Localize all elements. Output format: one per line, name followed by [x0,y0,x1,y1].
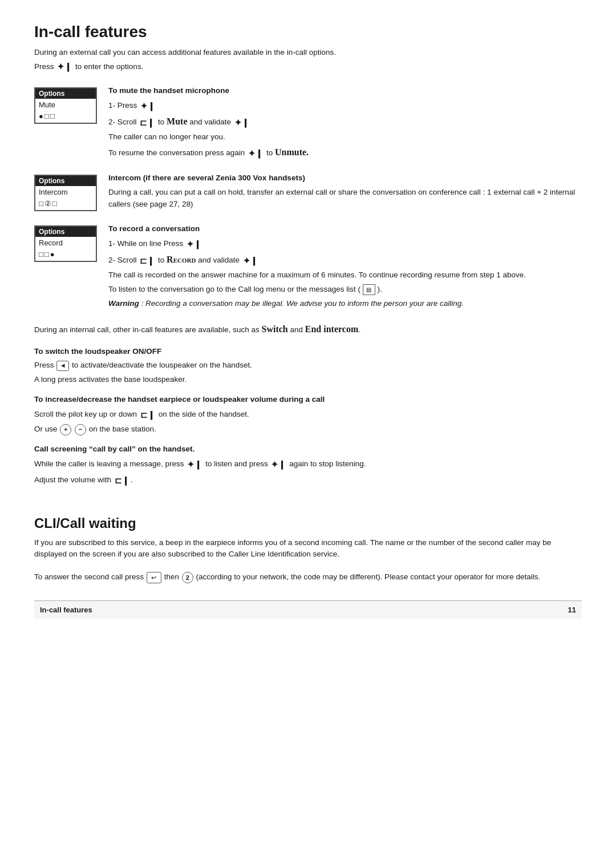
volume-line1: Scroll the pilot key up or down ⊏❙ on th… [34,408,582,421]
record-description: To record a conversation 1- While on lin… [108,223,582,312]
options-record-box: Options Record □□● [34,225,97,262]
record-step1: 1- While on line Press ✦❙ [108,237,582,251]
speaker-key-icon: ◄ [56,361,69,371]
plus-key-icon: + [60,424,71,435]
options-mute-header: Options [35,88,96,99]
footer-label: In-call features [34,606,98,614]
options-record-item: Record [35,237,96,249]
options-intercom-box: Options Intercom □②□ [34,175,97,211]
loudspeaker-block: To switch the loudspeaker ON/OFF Press ◄… [34,346,582,386]
screening-key1: ✦❙ [187,458,202,471]
options-record-dots: □□● [35,249,96,261]
record-word: Record [167,255,196,264]
scroll-key-mute: ⊏❙ [140,116,155,129]
record-feature-block: Options Record □□● To record a conversat… [34,223,582,312]
cli-section: CLI/Call waiting If you are subscribed t… [34,515,582,583]
page-footer: In-call features 11 [34,600,582,619]
mute-step2: 2- Scroll ⊏❙ to Mute and validate ✦❙ [108,115,582,129]
volume-heading: To increase/decrease the handset earpiec… [34,394,582,406]
pilot-key-volume: ⊏❙ [140,408,155,421]
record-warning: Warning : Recording a conversation may b… [108,298,582,310]
screening-line1: While the caller is leaving a message, p… [34,458,582,471]
end-intercom-word: End intercom [305,324,358,334]
two-key-icon: 2 [182,572,193,583]
validate-key-mute: ✦❙ [234,116,249,129]
cli-para1: If you are subscribed to this service, a… [34,537,582,560]
resume-key: ✦❙ [248,147,263,160]
mute-step1-key: ✦❙ [140,99,155,112]
cli-para2: To answer the second call press ↩ then 2… [34,571,582,583]
switch-word: Switch [261,324,287,334]
internal-call-line: During an internal call, other in-call f… [34,322,582,337]
page-title: In-call features [34,23,582,41]
intro-line2: Press ✦❙ to enter the options. [34,60,582,74]
record-heading: To record a conversation [108,223,582,235]
validate-key-record: ✦❙ [243,254,258,267]
options-mute-dots: ●□□ [35,111,96,123]
intro-press-label: Press [34,62,54,71]
pilot-key-screening: ⊏❙ [115,474,129,487]
mute-word: Mute [167,116,187,126]
record-step2: 2- Scroll ⊏❙ to Record and validate ✦❙ [108,253,582,267]
intercom-heading: Intercom (if there are several Zenia 300… [108,172,582,184]
screening-heading: Call screening “call by call” on the han… [34,443,582,455]
loudspeaker-line1: Press ◄ to activate/deactivate the lousp… [34,360,582,372]
intercom-feature-block: Options Intercom □②□ Intercom (if there … [34,172,582,213]
options-record-header: Options [35,227,96,237]
messages-screen-icon: ▤ [363,284,375,296]
mute-heading: To mute the handset microphone [108,85,582,97]
answer-key-icon: ↩ [147,572,161,584]
intercom-description: Intercom (if there are several Zenia 300… [108,172,582,213]
mute-description: To mute the handset microphone 1- Press … [108,85,582,162]
cli-title: CLI/Call waiting [34,515,582,531]
nav-key-icon: ✦❙ [57,60,72,74]
scroll-key-record: ⊏❙ [140,254,155,267]
mute-feature-block: Options Mute ●□□ To mute the handset mic… [34,85,582,162]
options-intercom-item: Intercom [35,186,96,198]
loudspeaker-heading: To switch the loudspeaker ON/OFF [34,346,582,358]
footer-page-number: 11 [562,606,582,614]
record-line3: The call is recorded on the answer machi… [108,269,582,281]
mute-line4: To resume the conversation press again ✦… [108,146,582,160]
intro-suffix: to enter the options. [75,62,143,71]
mute-line3: The caller can no longer hear you. [108,131,582,143]
intro-line1: During an external call you can access a… [34,47,582,58]
volume-line2: Or use + − on the base station. [34,423,582,435]
volume-block: To increase/decrease the handset earpiec… [34,394,582,435]
record-step1-key: ✦❙ [187,237,201,251]
screening-key2: ✦❙ [271,458,286,471]
options-intercom-header: Options [35,176,96,186]
record-line4: To listen to the conversation go to the … [108,284,582,296]
loudspeaker-line2: A long press activates the base loudspea… [34,374,582,386]
intercom-line1: During a call, you can put a call on hol… [108,187,582,211]
options-mute-box: Options Mute ●□□ [34,87,97,124]
minus-key-icon: − [75,424,86,435]
screening-line2: Adjust the volume with ⊏❙. [34,474,582,487]
screening-block: Call screening “call by call” on the han… [34,443,582,486]
options-intercom-dots: □②□ [35,198,96,210]
unmute-word: Unmute. [275,147,309,157]
options-mute-item: Mute [35,99,96,111]
mute-step1: 1- Press ✦❙ [108,99,582,112]
